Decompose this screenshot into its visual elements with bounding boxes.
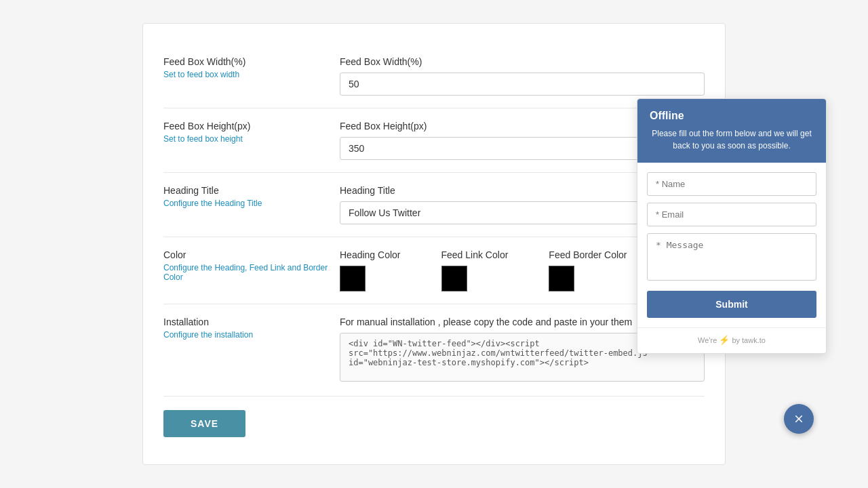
feed-border-color-swatch[interactable] (549, 266, 574, 291)
chat-submit-button[interactable]: Submit (647, 291, 816, 318)
feed-box-width-hint: Set to feed box width (163, 70, 340, 79)
heading-color-swatch[interactable] (340, 266, 366, 291)
chat-brand-text: by tawk.to (732, 336, 766, 344)
chat-header: Offline Please fill out the form below a… (637, 99, 826, 163)
feed-link-color-label: Feed Link Color (441, 249, 509, 260)
color-hint: Configure the Heading, Feed Link and Bor… (163, 263, 340, 282)
chat-message-input[interactable] (647, 233, 816, 281)
feed-box-height-left: Feed Box Height(px) Set to feed box heig… (163, 121, 340, 144)
feed-box-width-right: Feed Box Width(%) (340, 56, 705, 96)
chat-offline-message: Please fill out the form below and we wi… (650, 127, 814, 152)
feed-box-width-row: Feed Box Width(%) Set to feed box width … (163, 44, 705, 108)
chat-email-input[interactable] (647, 203, 816, 226)
installation-left: Installation Configure the installation (163, 317, 340, 340)
heading-title-hint: Configure the Heading Title (163, 199, 340, 208)
heading-color-group: Heading Color (340, 249, 401, 291)
feed-box-width-right-label: Feed Box Width(%) (340, 56, 705, 67)
heading-color-label: Heading Color (340, 249, 401, 260)
feed-box-height-row: Feed Box Height(px) Set to feed box heig… (163, 108, 705, 173)
close-icon (793, 413, 805, 425)
chat-status: Offline (650, 110, 814, 122)
heading-title-left: Heading Title Configure the Heading Titl… (163, 185, 340, 208)
chat-close-button[interactable] (784, 404, 814, 434)
feed-box-width-input[interactable] (340, 73, 705, 96)
settings-container: Feed Box Width(%) Set to feed box width … (142, 23, 726, 465)
chat-powered-by-text: We're (698, 336, 717, 344)
feed-link-color-group: Feed Link Color (441, 249, 509, 291)
color-left-label: Color (163, 249, 340, 260)
save-button[interactable]: SAVE (163, 410, 245, 437)
tawk-lightning-icon: ⚡ (719, 335, 730, 345)
color-row: Color Configure the Heading, Feed Link a… (163, 237, 705, 304)
feed-border-color-label: Feed Border Color (549, 249, 627, 260)
heading-title-left-label: Heading Title (163, 185, 340, 196)
chat-body: Submit (637, 163, 826, 327)
heading-title-row: Heading Title Configure the Heading Titl… (163, 173, 705, 237)
color-left: Color Configure the Heading, Feed Link a… (163, 249, 340, 282)
feed-box-height-left-label: Feed Box Height(px) (163, 121, 340, 131)
chat-name-input[interactable] (647, 172, 816, 196)
installation-left-label: Installation (163, 317, 340, 327)
chat-widget: Offline Please fill out the form below a… (637, 98, 827, 354)
installation-hint: Configure the installation (163, 330, 340, 340)
feed-box-width-left-label: Feed Box Width(%) (163, 56, 340, 67)
feed-box-width-left: Feed Box Width(%) Set to feed box width (163, 56, 340, 79)
feed-box-height-hint: Set to feed box height (163, 134, 340, 144)
feed-border-color-group: Feed Border Color (549, 249, 627, 291)
installation-row: Installation Configure the installation … (163, 304, 705, 396)
feed-link-color-swatch[interactable] (441, 266, 467, 291)
chat-footer: We're ⚡ by tawk.to (637, 327, 826, 353)
